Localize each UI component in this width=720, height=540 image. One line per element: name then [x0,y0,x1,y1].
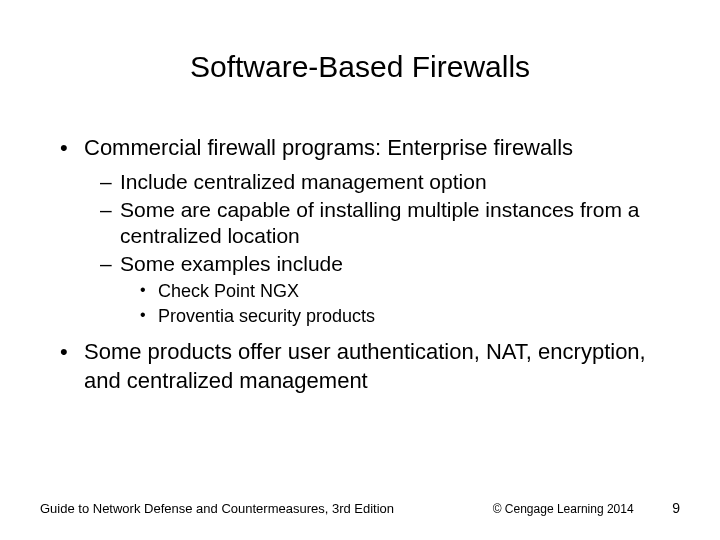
bullet-level2: Some examples include [100,251,680,277]
bullet-level2: Include centralized management option [100,169,680,195]
bullet-level3: Proventia security products [140,305,680,328]
bullet-level1: Some products offer user authentication,… [60,338,680,395]
bullet-level2: Some are capable of installing multiple … [100,197,680,250]
footer-copyright: © Cengage Learning 2014 [493,502,634,516]
slide-footer: Guide to Network Defense and Countermeas… [40,500,680,516]
footer-page-number: 9 [672,500,680,516]
slide-content: Commercial firewall programs: Enterprise… [40,134,680,396]
bullet-level1: Commercial firewall programs: Enterprise… [60,134,680,163]
bullet-level3: Check Point NGX [140,280,680,303]
slide-title: Software-Based Firewalls [40,50,680,84]
footer-source: Guide to Network Defense and Countermeas… [40,501,394,516]
